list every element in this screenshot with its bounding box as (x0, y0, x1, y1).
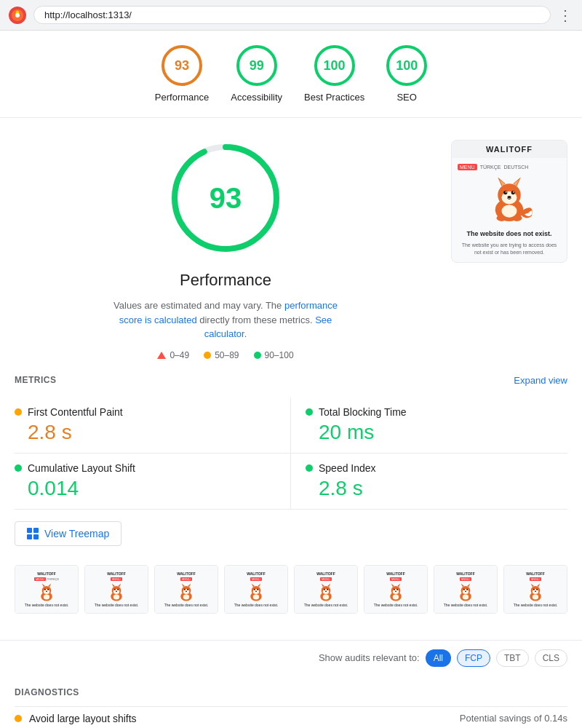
browser-bar: http://localhost:1313/ ⋮ (0, 0, 582, 31)
filmstrip-preview-1: WALITOFF MENU TÜRKÇE The website does (15, 566, 78, 613)
mini-badge-1: MENU (34, 577, 46, 581)
metric-fcp-dot (15, 408, 22, 416)
svg-point-71 (395, 590, 396, 591)
filmstrip-preview-6: WALITOFF MENU The website does not exist… (364, 566, 427, 613)
performance-title: Performance (180, 271, 271, 290)
metric-si: Speed Index 2.8 s (291, 454, 567, 510)
filmstrip-frame-5: WALITOFF MENU The website does not exist… (294, 565, 358, 614)
mini-nav-1: MENU TÜRKÇE (34, 577, 59, 581)
score-tabs-bar: 93 Performance 99 Accessibility 100 Best… (0, 31, 582, 118)
mini-header-7: WALITOFF (456, 571, 474, 576)
filmstrip: WALITOFF MENU TÜRKÇE The website does (15, 558, 567, 625)
filter-fcp-button[interactable]: FCP (457, 649, 490, 667)
tab-performance[interactable]: 93 Performance (155, 45, 209, 103)
filter-tbt-button[interactable]: TBT (496, 649, 529, 667)
svg-point-26 (46, 590, 47, 591)
performance-score-circle: 93 (162, 45, 202, 86)
mini-header-5: WALITOFF (316, 571, 335, 576)
metric-tbt-value: 20 ms (306, 421, 567, 444)
screenshot-card: WALITOFF MENU TÜRKÇE DEUTSCH (451, 140, 567, 263)
performance-description: Values are estimated and may vary. The p… (102, 298, 349, 341)
svg-point-90 (533, 594, 538, 599)
svg-point-60 (324, 588, 325, 590)
svg-point-80 (465, 590, 466, 591)
mini-badge-8: MENU (530, 577, 541, 581)
svg-point-87 (533, 588, 535, 590)
mini-nav-5: MENU (320, 577, 332, 581)
svg-point-52 (257, 588, 258, 590)
metric-cls-name: Cumulative Layout Shift (28, 462, 135, 474)
metrics-header: METRICS Expand view (15, 375, 567, 386)
right-panel: WALITOFF MENU TÜRKÇE DEUTSCH (451, 140, 567, 360)
screenshot-body: MENU TÜRKÇE DEUTSCH (452, 158, 567, 262)
mini-fox-svg-7 (455, 582, 476, 603)
filmstrip-preview-2: WALITOFF MENU The website does not exist… (85, 566, 148, 613)
filter-cls-button[interactable]: CLS (535, 649, 567, 667)
accessibility-score-value: 99 (250, 58, 264, 74)
metric-si-value: 2.8 s (306, 477, 567, 500)
fox-illustration (484, 175, 535, 226)
svg-point-69 (394, 588, 395, 590)
metric-cls-value: 0.014 (15, 477, 276, 500)
metrics-section: METRICS Expand view First Contentful Pai… (0, 375, 582, 640)
svg-point-1 (15, 13, 20, 17)
treemap-cell-3 (27, 534, 32, 539)
svg-point-45 (183, 594, 189, 599)
metric-tbt: Total Blocking Time 20 ms (291, 397, 567, 454)
metric-tbt-name: Total Blocking Time (319, 406, 407, 418)
browser-menu-icon[interactable]: ⋮ (558, 7, 573, 24)
diagnostic-item-1[interactable]: Avoid large layout shifts Potential savi… (15, 706, 567, 729)
filmstrip-frame-3: WALITOFF MENU The website does not exist… (154, 565, 218, 614)
mini-fox-svg-6 (386, 582, 406, 603)
svg-point-11 (503, 191, 507, 194)
best-practices-score-circle: 100 (314, 45, 355, 86)
metric-fcp-header: First Contentful Paint (15, 406, 276, 418)
metric-si-dot (306, 464, 313, 472)
tab-accessibility[interactable]: 99 Accessibility (231, 45, 282, 103)
filter-all-button[interactable]: All (426, 649, 451, 667)
screenshot-header: WALITOFF (452, 141, 567, 158)
svg-point-18 (502, 205, 517, 218)
svg-point-62 (325, 590, 327, 591)
legend-red: 0–49 (157, 350, 189, 360)
tab-seo[interactable]: 100 SEO (386, 45, 427, 103)
svg-point-36 (113, 594, 119, 599)
mini-fox-svg-3 (176, 582, 196, 603)
main-content: 93 Performance Values are estimated and … (0, 118, 582, 375)
browser-url-bar[interactable]: http://localhost:1313/ (33, 6, 551, 24)
mini-nav-4: MENU (250, 577, 262, 581)
svg-point-54 (253, 594, 259, 599)
big-score-container: 93 (167, 140, 284, 256)
legend-red-icon (157, 352, 166, 359)
metric-tbt-dot (306, 408, 313, 416)
svg-point-44 (186, 590, 187, 591)
mini-nav-2: MENU (111, 577, 122, 581)
best-practices-tab-label: Best Practices (304, 92, 364, 103)
svg-point-25 (47, 588, 49, 590)
svg-point-79 (466, 588, 468, 590)
expand-view-link[interactable]: Expand view (514, 375, 567, 386)
mini-header-1: WALITOFF (37, 571, 55, 576)
metric-tbt-header: Total Blocking Time (306, 406, 567, 418)
screenshot-error-text: The website does not exist. (466, 230, 551, 237)
svg-point-72 (393, 594, 399, 599)
legend: 0–49 50–89 90–100 (157, 350, 293, 360)
filmstrip-frame-7: WALITOFF MENU The website does not exist… (434, 565, 498, 614)
tab-best-practices[interactable]: 100 Best Practices (304, 45, 364, 103)
performance-score-value: 93 (175, 58, 189, 74)
svg-point-61 (327, 588, 328, 590)
legend-green-label: 90–100 (265, 350, 294, 360)
diagnostics-section: DIAGNOSTICS Avoid large layout shifts Po… (0, 676, 582, 729)
svg-point-35 (116, 590, 117, 591)
metric-cls: Cumulative Layout Shift 0.014 (15, 454, 291, 510)
mini-fox-svg-2 (106, 582, 127, 603)
browser-logo (9, 7, 26, 24)
svg-point-78 (463, 588, 465, 590)
mini-badge-6: MENU (390, 577, 402, 581)
mini-nav-7: MENU (460, 577, 471, 581)
legend-orange: 50–89 (204, 350, 239, 360)
view-treemap-button[interactable]: View Treemap (15, 521, 121, 546)
filmstrip-preview-5: WALITOFF MENU The website does not exist… (295, 566, 357, 613)
metric-si-header: Speed Index (306, 462, 567, 474)
diagnostic-dot-1 (15, 715, 22, 722)
